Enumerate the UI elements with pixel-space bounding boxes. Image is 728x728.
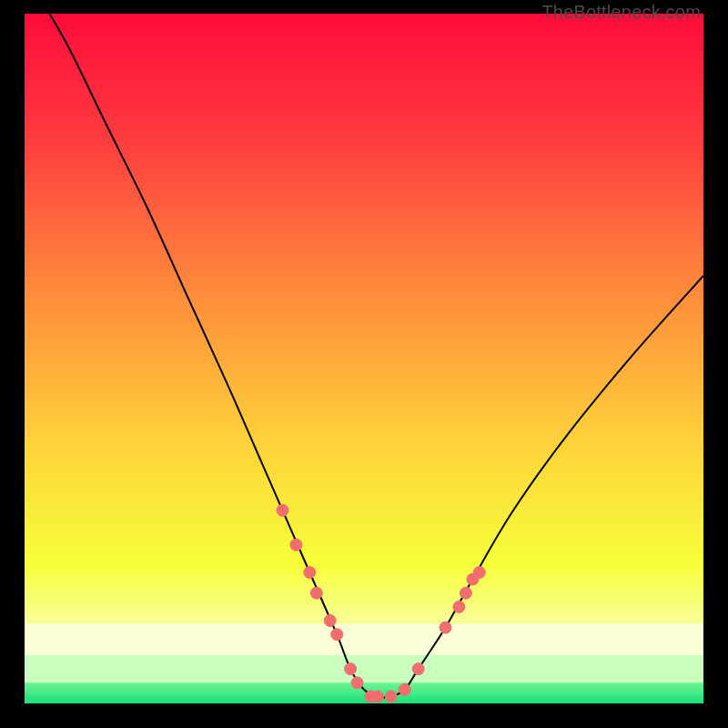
marker-point [460, 587, 471, 599]
bottleneck-chart [25, 14, 703, 703]
marker-point [399, 683, 410, 695]
marker-point [473, 567, 485, 579]
marker-point [331, 629, 343, 641]
chart-frame: TheBottleneck.com [0, 0, 728, 728]
marker-point [304, 567, 316, 579]
marker-point [277, 504, 288, 516]
marker-point [310, 587, 322, 599]
gradient-background [25, 14, 703, 703]
plot-area [25, 14, 703, 703]
marker-point [453, 601, 465, 612]
marker-point [345, 663, 357, 675]
marker-point [412, 663, 424, 675]
highlight-bands [25, 624, 703, 682]
marker-point [371, 691, 383, 703]
marker-point [440, 622, 451, 633]
highlight-band [25, 624, 703, 655]
watermark-text: TheBottleneck.com [541, 2, 701, 23]
marker-point [351, 677, 363, 689]
marker-point [290, 539, 302, 551]
marker-point [324, 615, 336, 627]
highlight-band [25, 655, 703, 682]
marker-point [385, 691, 397, 703]
